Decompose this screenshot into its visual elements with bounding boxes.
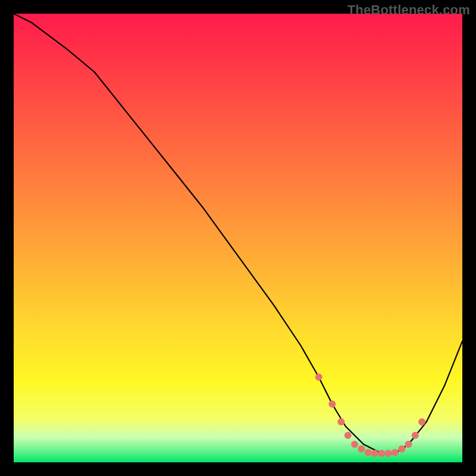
chart-container: TheBottleneck.com — [0, 0, 476, 476]
marker-dot — [392, 449, 399, 456]
marker-dot — [385, 450, 392, 457]
bottleneck-chart — [0, 0, 476, 476]
marker-dot — [371, 450, 378, 457]
marker-dot — [315, 374, 322, 381]
watermark-text: TheBottleneck.com — [347, 2, 470, 18]
marker-dot — [328, 400, 336, 408]
marker-dot — [345, 432, 352, 439]
marker-dot — [412, 432, 419, 439]
marker-dot — [358, 445, 365, 452]
marker-dot — [351, 441, 358, 448]
marker-dot — [337, 418, 345, 425]
marker-dot — [365, 449, 372, 456]
marker-dot — [405, 441, 412, 448]
marker-dot — [398, 445, 405, 452]
chart-plot-background — [14, 14, 462, 462]
marker-dot — [378, 450, 385, 457]
marker-dot — [418, 418, 425, 425]
